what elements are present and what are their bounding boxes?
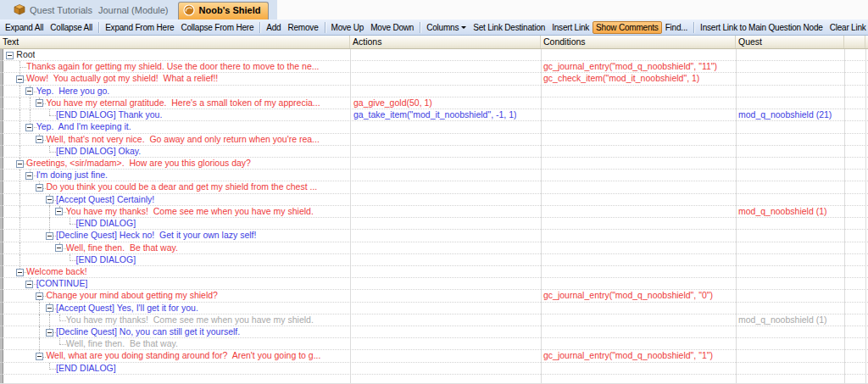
- minus-glyph: [18, 272, 22, 273]
- tree-guide-line: [19, 97, 20, 109]
- tree-guide-line: [49, 109, 50, 115]
- collapse-toggle-icon[interactable]: [46, 329, 53, 337]
- clear-link-to-main-question-node-button[interactable]: Clear Link to Main Question Node: [826, 21, 868, 34]
- collapse-toggle-icon[interactable]: [36, 136, 43, 143]
- collapse-toggle-icon[interactable]: [55, 208, 63, 215]
- toolbar-separator: [98, 22, 99, 33]
- collapse-toggle-icon[interactable]: [36, 292, 43, 300]
- collapse-toggle-icon[interactable]: [25, 172, 33, 180]
- tree-row[interactable]: Yep. Here you go.: [0, 86, 868, 97]
- module-icon: [14, 4, 25, 15]
- toolbar-button-label: Collapse From Here: [181, 23, 253, 32]
- tree-row[interactable]: Wow! You actually got my shield! What a …: [0, 73, 868, 85]
- set-link-destination-button[interactable]: Set Link Destination: [470, 21, 548, 34]
- tree-row[interactable]: You have my thanks! Come see me when you…: [0, 206, 868, 218]
- conditions-cell: gc_journal_entry("mod_q_noobshield", "0"…: [543, 290, 713, 301]
- column-header-text[interactable]: Text: [0, 36, 350, 48]
- column-header-quest[interactable]: Quest: [736, 36, 844, 48]
- collapse-toggle-icon[interactable]: [46, 196, 53, 203]
- tree-guide-line: [19, 109, 20, 121]
- tree-row[interactable]: You have my eternal gratitude. Here's a …: [0, 97, 868, 109]
- collapse-toggle-icon[interactable]: [25, 87, 33, 95]
- actions-cell: ga_take_item("mod_it_noobshield", -1, 1): [353, 109, 516, 120]
- tree-row[interactable]: [Decline Quest] No, you can still get it…: [0, 326, 868, 338]
- collapse-toggle-icon[interactable]: [16, 269, 24, 276]
- tree-row[interactable]: [END DIALOG]: [0, 254, 868, 266]
- tab-quest-tutorials[interactable]: Quest Tutorials: [12, 4, 97, 19]
- toolbar-button-label: Add: [266, 23, 281, 32]
- tree-row[interactable]: Well, fine then. Be that way.: [0, 338, 868, 350]
- collapse-toggle-icon[interactable]: [25, 281, 33, 288]
- tree-guide-line: [19, 86, 20, 97]
- tree-row[interactable]: [END DIALOG]: [0, 218, 868, 230]
- tab-bar: Quest Tutorials Journal (Module) Noob's …: [0, 0, 868, 19]
- tree-row[interactable]: Yep. And I'm keeping it.: [0, 121, 868, 133]
- tree-row[interactable]: Thanks again for getting my shield. Use …: [0, 61, 868, 73]
- conversation-toolbar: Expand AllCollapse AllExpand From HereCo…: [0, 19, 868, 36]
- tab-journal-module[interactable]: Journal (Module): [97, 5, 173, 19]
- collapse-toggle-icon[interactable]: [6, 52, 14, 59]
- tree-row[interactable]: Change your mind about getting my shield…: [0, 290, 868, 302]
- minus-glyph: [47, 199, 52, 200]
- collapse-toggle-icon[interactable]: [55, 244, 63, 252]
- move-up-button[interactable]: Move Up: [328, 21, 368, 34]
- collapse-toggle-icon[interactable]: [46, 304, 53, 312]
- collapse-toggle-icon[interactable]: [25, 124, 33, 131]
- minus-glyph: [47, 236, 52, 237]
- minus-glyph: [37, 103, 42, 103]
- dialog-line-text: [END DIALOG] Thank you.: [56, 109, 162, 120]
- tree-guide-line: [19, 134, 20, 146]
- collapse-toggle-icon[interactable]: [16, 75, 24, 83]
- collapse-toggle-icon[interactable]: [36, 353, 43, 360]
- tree-row[interactable]: Welcome back!: [0, 266, 868, 278]
- collapse-toggle-icon[interactable]: [16, 160, 24, 168]
- tree-row[interactable]: [Decline Quest] Heck no! Get it your own…: [0, 230, 868, 242]
- conditions-cell: gc_check_item("mod_it_noobshield", 1): [543, 73, 699, 84]
- move-down-button[interactable]: Move Down: [367, 21, 417, 34]
- tree-row[interactable]: You have my thanks! Come see me when you…: [0, 314, 868, 326]
- insert-link-to-main-question-node-button[interactable]: Insert Link to Main Question Node: [697, 21, 826, 34]
- conditions-cell: gc_journal_entry("mod_q_noobshield", "1"…: [543, 350, 713, 361]
- collapse-all-button[interactable]: Collapse All: [47, 21, 96, 34]
- collapse-toggle-icon[interactable]: [36, 184, 43, 192]
- column-header-actions[interactable]: Actions: [350, 36, 541, 48]
- tree-row[interactable]: [END DIALOG] Okay.: [0, 146, 868, 158]
- collapse-toggle-icon[interactable]: [46, 232, 53, 240]
- tree-row[interactable]: Well, fine then. Be that way.: [0, 242, 868, 254]
- tree-row[interactable]: [CONTINUE]: [0, 278, 868, 290]
- tree-row[interactable]: Do you think you could be a dear and get…: [0, 181, 868, 193]
- dialog-line-text: [Decline Quest] Heck no! Get it your own…: [56, 230, 256, 241]
- tree-guide-line: [19, 218, 20, 230]
- tree-row[interactable]: Greetings, <sir/madam>. How are you this…: [0, 158, 868, 170]
- remove-button[interactable]: Remove: [284, 21, 321, 34]
- minus-glyph: [37, 139, 42, 140]
- add-button[interactable]: Add: [263, 21, 284, 34]
- column-header-conditions[interactable]: Conditions: [541, 36, 736, 48]
- tree-row[interactable]: [Accept Quest] Yes, I'll get it for you.: [0, 303, 868, 314]
- tab-label: Journal (Module): [98, 5, 169, 15]
- collapse-from-here-button[interactable]: Collapse From Here: [177, 21, 257, 34]
- tree-row[interactable]: [END DIALOG]: [0, 363, 868, 375]
- tree-row[interactable]: [END DIALOG] Thank you.ga_take_item("mod…: [0, 109, 868, 121]
- tree-guide-line: [19, 181, 20, 193]
- show-comments-toggle[interactable]: Show Comments: [593, 21, 662, 34]
- quest-cell: mod_q_noobshield (1): [738, 314, 827, 326]
- tree-row[interactable]: I'm doing just fine.: [0, 170, 868, 181]
- expand-from-here-button[interactable]: Expand From Here: [102, 21, 177, 34]
- tree-row[interactable]: Well, what are you doing standing around…: [0, 350, 868, 362]
- tab-noobs-shield[interactable]: Noob's Shield: [178, 2, 270, 19]
- minus-glyph: [47, 308, 52, 309]
- tree-row[interactable]: Root: [0, 49, 868, 61]
- expand-all-button[interactable]: Expand All: [2, 21, 47, 34]
- collapse-toggle-icon[interactable]: [36, 99, 43, 107]
- insert-link-button[interactable]: Insert Link: [548, 21, 593, 34]
- dialog-line-text: You have my eternal gratitude. Here's a …: [46, 97, 320, 109]
- tree-row[interactable]: Well, that's not very nice. Go away and …: [0, 134, 868, 146]
- dialog-line-text: Well, what are you doing standing around…: [46, 350, 320, 361]
- tree-row[interactable]: [Accept Quest] Certainly!: [0, 194, 868, 206]
- tree-connector: [19, 67, 26, 68]
- tree-connector: [49, 152, 56, 153]
- tree-guide-line: [19, 254, 20, 266]
- columns-dropdown-button[interactable]: Columns: [423, 21, 470, 34]
- find-button[interactable]: Find...: [662, 21, 691, 34]
